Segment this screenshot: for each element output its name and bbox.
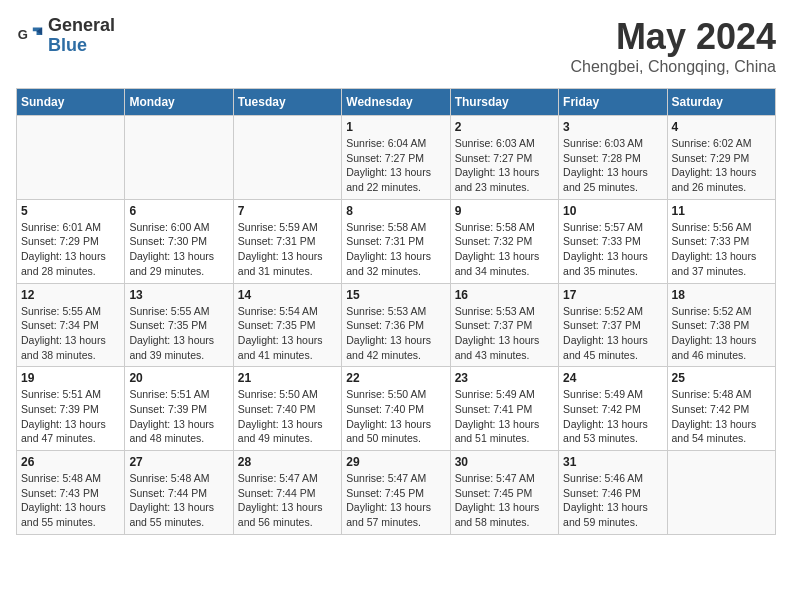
weekday-header-monday: Monday	[125, 89, 233, 116]
day-cell: 13Sunrise: 5:55 AMSunset: 7:35 PMDayligh…	[125, 283, 233, 367]
day-number: 19	[21, 371, 120, 385]
day-cell: 5Sunrise: 6:01 AMSunset: 7:29 PMDaylight…	[17, 199, 125, 283]
day-info: Sunrise: 5:47 AMSunset: 7:44 PMDaylight:…	[238, 471, 337, 530]
day-info: Sunrise: 5:50 AMSunset: 7:40 PMDaylight:…	[346, 387, 445, 446]
day-number: 9	[455, 204, 554, 218]
day-info: Sunrise: 5:51 AMSunset: 7:39 PMDaylight:…	[129, 387, 228, 446]
day-info: Sunrise: 6:03 AMSunset: 7:28 PMDaylight:…	[563, 136, 662, 195]
day-cell	[125, 116, 233, 200]
svg-text:G: G	[18, 27, 28, 42]
day-info: Sunrise: 6:03 AMSunset: 7:27 PMDaylight:…	[455, 136, 554, 195]
title-block: May 2024 Chengbei, Chongqing, China	[571, 16, 776, 76]
day-info: Sunrise: 5:48 AMSunset: 7:42 PMDaylight:…	[672, 387, 771, 446]
day-cell: 27Sunrise: 5:48 AMSunset: 7:44 PMDayligh…	[125, 451, 233, 535]
day-info: Sunrise: 5:49 AMSunset: 7:42 PMDaylight:…	[563, 387, 662, 446]
day-cell: 23Sunrise: 5:49 AMSunset: 7:41 PMDayligh…	[450, 367, 558, 451]
day-cell: 25Sunrise: 5:48 AMSunset: 7:42 PMDayligh…	[667, 367, 775, 451]
day-info: Sunrise: 5:55 AMSunset: 7:34 PMDaylight:…	[21, 304, 120, 363]
day-cell: 30Sunrise: 5:47 AMSunset: 7:45 PMDayligh…	[450, 451, 558, 535]
day-number: 13	[129, 288, 228, 302]
day-info: Sunrise: 5:56 AMSunset: 7:33 PMDaylight:…	[672, 220, 771, 279]
day-cell: 16Sunrise: 5:53 AMSunset: 7:37 PMDayligh…	[450, 283, 558, 367]
day-cell: 17Sunrise: 5:52 AMSunset: 7:37 PMDayligh…	[559, 283, 667, 367]
day-number: 27	[129, 455, 228, 469]
weekday-header-sunday: Sunday	[17, 89, 125, 116]
day-number: 1	[346, 120, 445, 134]
logo-icon: G	[16, 22, 44, 50]
day-number: 7	[238, 204, 337, 218]
weekday-header-friday: Friday	[559, 89, 667, 116]
day-info: Sunrise: 5:55 AMSunset: 7:35 PMDaylight:…	[129, 304, 228, 363]
day-info: Sunrise: 5:52 AMSunset: 7:37 PMDaylight:…	[563, 304, 662, 363]
day-info: Sunrise: 5:52 AMSunset: 7:38 PMDaylight:…	[672, 304, 771, 363]
main-title: May 2024	[571, 16, 776, 58]
day-number: 5	[21, 204, 120, 218]
day-info: Sunrise: 5:47 AMSunset: 7:45 PMDaylight:…	[346, 471, 445, 530]
day-number: 18	[672, 288, 771, 302]
day-number: 20	[129, 371, 228, 385]
logo-line1: General	[48, 16, 115, 36]
calendar-table: SundayMondayTuesdayWednesdayThursdayFrid…	[16, 88, 776, 535]
day-cell: 6Sunrise: 6:00 AMSunset: 7:30 PMDaylight…	[125, 199, 233, 283]
weekday-header-wednesday: Wednesday	[342, 89, 450, 116]
weekday-header-thursday: Thursday	[450, 89, 558, 116]
day-number: 6	[129, 204, 228, 218]
day-number: 29	[346, 455, 445, 469]
day-cell	[667, 451, 775, 535]
day-number: 17	[563, 288, 662, 302]
day-info: Sunrise: 5:54 AMSunset: 7:35 PMDaylight:…	[238, 304, 337, 363]
day-cell: 26Sunrise: 5:48 AMSunset: 7:43 PMDayligh…	[17, 451, 125, 535]
day-number: 3	[563, 120, 662, 134]
day-info: Sunrise: 5:59 AMSunset: 7:31 PMDaylight:…	[238, 220, 337, 279]
day-info: Sunrise: 5:46 AMSunset: 7:46 PMDaylight:…	[563, 471, 662, 530]
day-cell: 4Sunrise: 6:02 AMSunset: 7:29 PMDaylight…	[667, 116, 775, 200]
day-number: 24	[563, 371, 662, 385]
week-row-5: 26Sunrise: 5:48 AMSunset: 7:43 PMDayligh…	[17, 451, 776, 535]
day-cell: 15Sunrise: 5:53 AMSunset: 7:36 PMDayligh…	[342, 283, 450, 367]
day-cell: 29Sunrise: 5:47 AMSunset: 7:45 PMDayligh…	[342, 451, 450, 535]
day-info: Sunrise: 5:53 AMSunset: 7:36 PMDaylight:…	[346, 304, 445, 363]
week-row-2: 5Sunrise: 6:01 AMSunset: 7:29 PMDaylight…	[17, 199, 776, 283]
week-row-1: 1Sunrise: 6:04 AMSunset: 7:27 PMDaylight…	[17, 116, 776, 200]
day-number: 10	[563, 204, 662, 218]
day-cell: 18Sunrise: 5:52 AMSunset: 7:38 PMDayligh…	[667, 283, 775, 367]
weekday-header-row: SundayMondayTuesdayWednesdayThursdayFrid…	[17, 89, 776, 116]
day-cell: 1Sunrise: 6:04 AMSunset: 7:27 PMDaylight…	[342, 116, 450, 200]
day-number: 2	[455, 120, 554, 134]
day-cell: 24Sunrise: 5:49 AMSunset: 7:42 PMDayligh…	[559, 367, 667, 451]
day-info: Sunrise: 6:04 AMSunset: 7:27 PMDaylight:…	[346, 136, 445, 195]
day-info: Sunrise: 6:01 AMSunset: 7:29 PMDaylight:…	[21, 220, 120, 279]
day-info: Sunrise: 5:48 AMSunset: 7:43 PMDaylight:…	[21, 471, 120, 530]
day-cell: 31Sunrise: 5:46 AMSunset: 7:46 PMDayligh…	[559, 451, 667, 535]
day-cell: 12Sunrise: 5:55 AMSunset: 7:34 PMDayligh…	[17, 283, 125, 367]
day-cell: 9Sunrise: 5:58 AMSunset: 7:32 PMDaylight…	[450, 199, 558, 283]
day-number: 8	[346, 204, 445, 218]
weekday-header-tuesday: Tuesday	[233, 89, 341, 116]
day-number: 4	[672, 120, 771, 134]
day-cell: 19Sunrise: 5:51 AMSunset: 7:39 PMDayligh…	[17, 367, 125, 451]
day-number: 26	[21, 455, 120, 469]
day-cell: 20Sunrise: 5:51 AMSunset: 7:39 PMDayligh…	[125, 367, 233, 451]
day-cell: 21Sunrise: 5:50 AMSunset: 7:40 PMDayligh…	[233, 367, 341, 451]
day-cell: 28Sunrise: 5:47 AMSunset: 7:44 PMDayligh…	[233, 451, 341, 535]
day-info: Sunrise: 5:47 AMSunset: 7:45 PMDaylight:…	[455, 471, 554, 530]
day-info: Sunrise: 5:49 AMSunset: 7:41 PMDaylight:…	[455, 387, 554, 446]
calendar-body: 1Sunrise: 6:04 AMSunset: 7:27 PMDaylight…	[17, 116, 776, 535]
page-header: G General Blue May 2024 Chengbei, Chongq…	[16, 16, 776, 76]
day-cell: 8Sunrise: 5:58 AMSunset: 7:31 PMDaylight…	[342, 199, 450, 283]
day-number: 28	[238, 455, 337, 469]
day-info: Sunrise: 5:58 AMSunset: 7:31 PMDaylight:…	[346, 220, 445, 279]
week-row-3: 12Sunrise: 5:55 AMSunset: 7:34 PMDayligh…	[17, 283, 776, 367]
day-cell: 7Sunrise: 5:59 AMSunset: 7:31 PMDaylight…	[233, 199, 341, 283]
day-number: 16	[455, 288, 554, 302]
day-number: 14	[238, 288, 337, 302]
day-number: 31	[563, 455, 662, 469]
day-number: 21	[238, 371, 337, 385]
day-info: Sunrise: 6:02 AMSunset: 7:29 PMDaylight:…	[672, 136, 771, 195]
day-cell	[17, 116, 125, 200]
week-row-4: 19Sunrise: 5:51 AMSunset: 7:39 PMDayligh…	[17, 367, 776, 451]
day-info: Sunrise: 6:00 AMSunset: 7:30 PMDaylight:…	[129, 220, 228, 279]
day-cell: 22Sunrise: 5:50 AMSunset: 7:40 PMDayligh…	[342, 367, 450, 451]
day-number: 11	[672, 204, 771, 218]
day-info: Sunrise: 5:50 AMSunset: 7:40 PMDaylight:…	[238, 387, 337, 446]
